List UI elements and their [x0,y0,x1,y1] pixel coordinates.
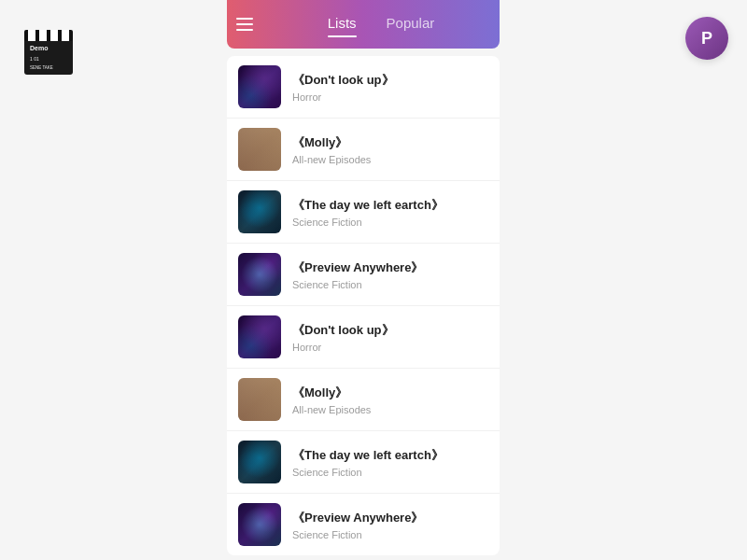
list-item-info: 《The day we left eartch》 Science Fiction [292,197,488,228]
list-item-thumbnail [238,253,281,296]
list-item-thumbnail [238,128,281,171]
avatar[interactable]: P [685,17,728,60]
list-item-thumbnail [238,190,281,233]
list-item-title: 《Preview Anywhere》 [292,510,488,526]
svg-rect-7 [47,30,50,41]
list-item[interactable]: 《The day we left eartch》 Science Fiction [227,431,500,494]
list-item-thumbnail [238,503,281,546]
list-item-title: 《Don't look up》 [292,72,488,89]
svg-rect-2 [28,30,35,41]
list-item-title: 《Don't look up》 [292,322,488,339]
list-item-thumbnail [238,65,281,108]
svg-text:Demo: Demo [30,45,48,51]
list-item-subtitle: Horror [292,342,488,353]
avatar-letter: P [701,29,712,49]
list-item-subtitle: All-new Episodes [292,154,488,165]
tab-popular[interactable]: Popular [387,15,435,35]
movie-list: 《Don't look up》 Horror 《Molly》 All-new E… [227,56,500,555]
list-item-title: 《The day we left eartch》 [292,447,488,464]
svg-text:1    01: 1 01 [30,56,39,62]
list-item-info: 《Molly》 All-new Episodes [292,134,488,165]
list-item[interactable]: 《Molly》 All-new Episodes [227,369,500,431]
list-item-title: 《Preview Anywhere》 [292,259,488,276]
list-item[interactable]: 《Preview Anywhere》 Science Fiction [227,244,500,306]
list-item-subtitle: Science Fiction [292,217,488,228]
list-item-title: 《Molly》 [292,134,488,151]
list-item[interactable]: 《Don't look up》 Horror [227,56,500,119]
list-item-subtitle: Science Fiction [292,279,488,290]
svg-rect-5 [62,30,69,41]
list-item-info: 《Molly》 All-new Episodes [292,385,488,415]
tab-labels: Lists Popular [262,15,500,35]
app-logo: Demo 1 01 SENE TAKE [17,17,80,80]
list-item[interactable]: 《The day we left eartch》 Science Fiction [227,181,500,244]
list-item-thumbnail [238,315,281,358]
list-item[interactable]: 《Don't look up》 Horror [227,306,500,369]
list-item-info: 《Preview Anywhere》 Science Fiction [292,259,488,290]
list-item-info: 《Don't look up》 Horror [292,322,488,353]
svg-text:SENE TAKE: SENE TAKE [30,65,53,70]
list-item[interactable]: 《Molly》 All-new Episodes [227,119,500,181]
list-item-title: 《The day we left eartch》 [292,197,488,214]
list-item-subtitle: Horror [292,91,488,103]
list-item-thumbnail [238,378,281,421]
hamburger-button[interactable] [227,0,262,49]
svg-rect-6 [35,30,39,41]
tab-lists[interactable]: Lists [328,15,357,35]
list-item-info: 《The day we left eartch》 Science Fiction [292,447,488,478]
list-item-subtitle: Science Fiction [292,467,488,478]
list-item[interactable]: 《Preview Anywhere》 Science Fiction [227,494,500,555]
main-content: Lists Popular 《Don't look up》 Horror 《Mo… [227,0,500,555]
hamburger-icon [236,18,253,31]
tab-bar: Lists Popular [227,0,500,49]
list-item-info: 《Preview Anywhere》 Science Fiction [292,510,488,540]
list-item-thumbnail [238,441,281,483]
list-item-subtitle: Science Fiction [292,529,488,540]
list-item-subtitle: All-new Episodes [292,404,488,415]
svg-rect-4 [50,30,58,41]
svg-rect-8 [58,30,62,41]
svg-rect-3 [39,30,47,41]
list-item-title: 《Molly》 [292,385,488,401]
list-item-info: 《Don't look up》 Horror [292,72,488,103]
